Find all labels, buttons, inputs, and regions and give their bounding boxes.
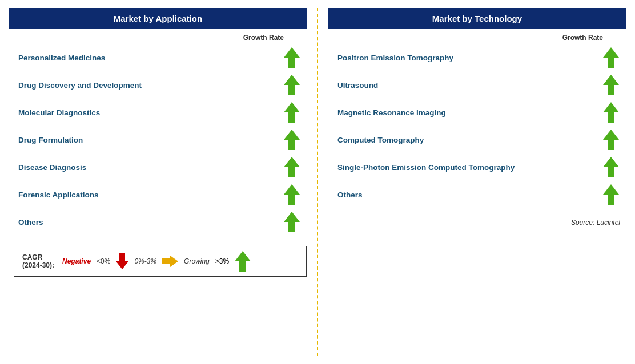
- item-label-mri: Magnetic Resonance Imaging: [337, 108, 446, 117]
- arrow-up-icon: [603, 157, 619, 177]
- list-item: Molecular Diagnostics: [9, 99, 307, 126]
- legend-negative-label: Negative: [62, 257, 91, 265]
- arrow-up-icon: [284, 212, 300, 232]
- arrow-up-lg-icon: [235, 251, 251, 272]
- right-growth-rate-label: Growth Rate: [328, 34, 626, 42]
- list-item: Single-Photon Emission Computed Tomograp…: [328, 153, 626, 181]
- arrow-up-icon: [603, 47, 619, 68]
- arrow-up-icon: [284, 102, 300, 123]
- arrow-up-icon: [284, 130, 300, 150]
- arrow-up-icon: [284, 75, 300, 95]
- arrow-up-icon: [603, 130, 619, 150]
- main-container: Market by Application Growth Rate Person…: [9, 8, 626, 356]
- item-label-personalized: Personalized Medicines: [18, 54, 105, 62]
- list-item: Others: [9, 208, 307, 236]
- list-item: Disease Diagnosis: [9, 153, 307, 181]
- list-item: Ultrasound: [328, 71, 626, 99]
- legend-growing-range: >3%: [215, 257, 229, 265]
- right-panel: Market by Technology Growth Rate Positro…: [328, 8, 626, 227]
- left-panel: Market by Application Growth Rate Person…: [9, 8, 307, 277]
- arrow-up-icon: [603, 75, 619, 95]
- item-label-ct: Computed Tomography: [337, 136, 424, 144]
- arrow-right-icon: [162, 256, 178, 267]
- item-label-drug-discovery: Drug Discovery and Development: [18, 81, 142, 90]
- legend-box: CAGR(2024-30): Negative<0% 0%-3% Growing…: [14, 246, 307, 277]
- left-growth-rate-label: Growth Rate: [9, 34, 307, 42]
- item-label-others-left: Others: [18, 218, 43, 227]
- item-label-spect: Single-Photon Emission Computed Tomograp…: [337, 163, 515, 172]
- cagr-label: CAGR(2024-30):: [22, 253, 54, 269]
- arrow-down-icon: [116, 253, 128, 269]
- legend-growing-label: Growing: [184, 257, 210, 265]
- list-item: Computed Tomography: [328, 126, 626, 153]
- arrow-up-icon: [284, 184, 300, 205]
- arrow-up-icon: [603, 102, 619, 123]
- item-label-others-right: Others: [337, 191, 363, 199]
- arrow-up-icon: [603, 184, 619, 205]
- item-label-forensic: Forensic Applications: [18, 191, 99, 199]
- list-item: Others: [328, 181, 626, 208]
- item-label-pet: Positron Emission Tomography: [337, 54, 453, 62]
- left-panel-header: Market by Application: [9, 8, 307, 29]
- item-label-drug-formulation: Drug Formulation: [18, 136, 83, 144]
- list-item: Positron Emission Tomography: [328, 44, 626, 71]
- item-label-molecular: Molecular Diagnostics: [18, 108, 100, 117]
- list-item: Forensic Applications: [9, 181, 307, 208]
- list-item: Drug Discovery and Development: [9, 71, 307, 99]
- arrow-up-icon: [284, 47, 300, 68]
- item-label-ultrasound: Ultrasound: [337, 81, 378, 90]
- divider: [317, 8, 318, 356]
- source-label: Source: Lucintel: [328, 219, 626, 227]
- list-item: Magnetic Resonance Imaging: [328, 99, 626, 126]
- item-label-disease: Disease Diagnosis: [18, 163, 86, 172]
- list-item: Personalized Medicines: [9, 44, 307, 71]
- right-panel-header: Market by Technology: [328, 8, 626, 29]
- legend-flat-range: 0%-3%: [134, 257, 156, 265]
- arrow-up-icon: [284, 157, 300, 177]
- list-item: Drug Formulation: [9, 126, 307, 153]
